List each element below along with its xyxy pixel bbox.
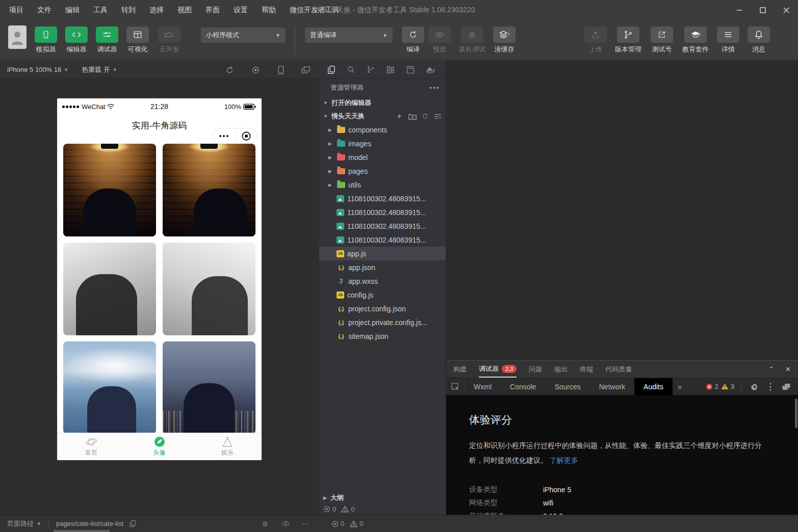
tree-file-app-json[interactable]: ▶{..}app.json (319, 260, 446, 274)
console-warning-count[interactable]: 3 (721, 383, 734, 390)
tab-home[interactable]: 首页 (57, 433, 125, 460)
rotate-icon[interactable] (222, 62, 237, 77)
version-manage-button[interactable]: 版本管理 (610, 26, 647, 54)
device-select[interactable]: iPhone 5 100% 16▼ (7, 66, 68, 73)
outline-section[interactable]: ▶ 大纲 (319, 491, 446, 503)
tab-avatar[interactable]: 头像 (125, 433, 194, 460)
menu-edit[interactable]: 编辑 (65, 6, 80, 15)
tree-folder-components[interactable]: ▶components (319, 123, 446, 137)
detail-button[interactable]: 详情 (712, 26, 744, 54)
tree-file-app-js[interactable]: ▶JSapp.js (319, 247, 446, 260)
more-tabs-icon[interactable]: » (673, 383, 687, 391)
tree-file-sitemap[interactable]: ▶{..}sitemap.json (319, 329, 446, 343)
undock-window-icon[interactable] (780, 383, 793, 391)
copy-path-icon[interactable] (126, 520, 139, 527)
search-icon[interactable] (343, 63, 358, 77)
horizontal-scrollbar[interactable] (54, 530, 110, 532)
tree-file-project-config[interactable]: ▶{..}project.config.json (319, 302, 446, 315)
tab-problems[interactable]: 问题 (529, 361, 542, 378)
extensions-icon[interactable] (383, 63, 398, 77)
devtools-tab-audits[interactable]: Audits (634, 378, 673, 395)
menu-file[interactable]: 文件 (37, 6, 52, 15)
menu-view[interactable]: 视图 (177, 6, 192, 15)
capsule-button[interactable] (213, 128, 258, 144)
save-layout-icon[interactable] (403, 63, 418, 77)
docker-whale-icon[interactable] (423, 63, 438, 77)
photo-mirror-selfie-man[interactable] (63, 243, 156, 335)
tab-output[interactable]: 输出 (554, 361, 568, 378)
devtools-tab-sources[interactable]: Sources (545, 378, 589, 395)
photo-rooftop-man[interactable] (163, 341, 255, 434)
tab-fun[interactable]: 娱乐 (193, 433, 262, 460)
devtools-tab-wxml[interactable]: Wxml (465, 378, 501, 395)
cloud-dev-button[interactable]: 云开发 (153, 26, 186, 54)
more-dots-icon[interactable] (213, 135, 235, 137)
hot-reload-select[interactable]: 热重载 开▼ (82, 65, 117, 74)
tree-folder-images[interactable]: ▶images (319, 137, 446, 150)
exit-target-icon[interactable] (236, 131, 258, 141)
message-button[interactable]: 消息 (742, 26, 775, 54)
tab-code-quality[interactable]: 代码质量 (605, 361, 632, 378)
tree-file-image[interactable]: ▶1108100302.48083915... (319, 192, 446, 205)
photo-seaside-woman[interactable] (63, 341, 156, 434)
menu-help[interactable]: 帮助 (262, 6, 276, 15)
menu-project[interactable]: 项目 (9, 6, 23, 15)
vconsole-bug-icon[interactable] (259, 520, 271, 528)
collapse-all-icon[interactable] (434, 111, 442, 122)
visualization-toggle-button[interactable]: 可视化 (121, 26, 154, 54)
mode-select[interactable]: 小程序模式▼ (201, 28, 286, 43)
editor-toggle-button[interactable]: 编辑器 (60, 26, 93, 54)
more-options-icon[interactable]: ⋯ (300, 520, 312, 528)
avatar[interactable] (8, 25, 27, 49)
tree-file-image[interactable]: ▶1108100302.48083915... (319, 219, 446, 233)
compile-mode-select[interactable]: 普通编译▼ (305, 28, 393, 43)
tree-file-config-js[interactable]: ▶JSconfig.js (319, 288, 446, 302)
photo-mirror-selfie-woman[interactable] (163, 243, 255, 335)
tree-file-project-private-config[interactable]: ▶{..}project.private.config.js... (319, 315, 446, 329)
audits-scrollbar[interactable] (795, 398, 797, 428)
multi-window-icon[interactable] (298, 62, 314, 77)
debugger-toggle-button[interactable]: 调试器 (91, 26, 123, 54)
new-file-icon[interactable]: ＋ (395, 111, 403, 122)
collapse-panel-icon[interactable]: ⌃ (768, 365, 774, 373)
tab-debugger[interactable]: 调试器 2,3 (479, 361, 517, 378)
menu-interface[interactable]: 界面 (205, 6, 220, 15)
test-account-button[interactable]: 测试号 (646, 26, 678, 54)
console-error-count[interactable]: 2 (706, 383, 718, 390)
more-actions-icon[interactable]: ••• (429, 84, 440, 92)
close-panel-icon[interactable]: ✕ (785, 365, 791, 373)
menu-select[interactable]: 选择 (149, 6, 164, 15)
project-section[interactable]: ▼ 情头天天换 ＋ (319, 110, 446, 123)
visibility-eye-icon[interactable] (279, 520, 292, 528)
tree-file-app-wxss[interactable]: ▶3app.wxss (319, 274, 446, 288)
devtools-tab-console[interactable]: Console (501, 378, 545, 395)
git-branch-icon[interactable] (363, 63, 378, 77)
photo-brick-man[interactable] (63, 144, 156, 236)
upload-button[interactable]: 上传 (579, 26, 612, 54)
tree-folder-model[interactable]: ▶model (319, 150, 446, 164)
open-editors-section[interactable]: ▼ 打开的编辑器 (319, 96, 446, 110)
devtools-tab-network[interactable]: Network (590, 378, 634, 395)
kebab-menu-icon[interactable] (764, 383, 777, 391)
photo-brick-woman[interactable] (163, 144, 255, 236)
devtools-settings-icon[interactable] (748, 383, 761, 391)
tree-file-image[interactable]: ▶1108100302.48083915... (319, 233, 446, 247)
tree-folder-pages[interactable]: ▶pages (319, 164, 446, 178)
tab-terminal[interactable]: 终端 (580, 361, 593, 378)
edu-suite-button[interactable]: 教育套件 (677, 26, 714, 54)
menu-goto[interactable]: 转到 (121, 6, 136, 15)
record-icon[interactable] (248, 62, 263, 77)
page-path-dropdown[interactable]: 页面路径 (7, 519, 34, 528)
statusbar-problem-counts[interactable]: 0 0 (331, 520, 363, 527)
learn-more-link[interactable]: 了解更多 (550, 456, 578, 464)
minimize-button[interactable] (728, 0, 751, 20)
phone-frame-icon[interactable] (273, 62, 289, 77)
tree-folder-utils[interactable]: ▶utils (319, 178, 446, 192)
clear-cache-button[interactable]: 清缓存 (487, 26, 521, 54)
files-icon[interactable] (323, 63, 339, 77)
new-folder-icon[interactable] (408, 111, 417, 122)
simulator-toggle-button[interactable]: 模拟器 (30, 26, 62, 54)
refresh-icon[interactable] (422, 111, 429, 122)
menu-tools[interactable]: 工具 (93, 6, 108, 15)
tree-file-image[interactable]: ▶1108100302.48083915... (319, 205, 446, 219)
